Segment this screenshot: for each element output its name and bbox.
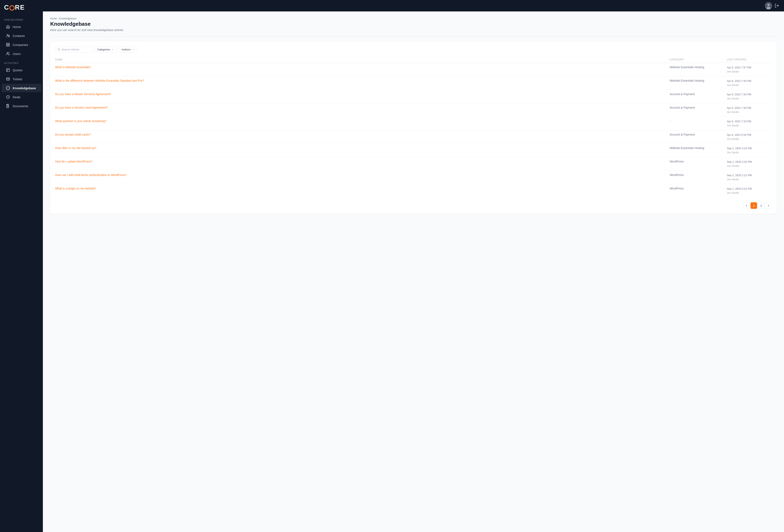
- page-subtitle: Here you can search for and view knowled…: [50, 28, 777, 32]
- home-icon: [6, 25, 10, 29]
- article-link[interactable]: What is a plugin on my website?: [55, 187, 670, 190]
- chevron-down-icon: [111, 48, 114, 51]
- category-cell: Account & Payment: [670, 106, 727, 109]
- svg-rect-4: [6, 45, 8, 46]
- sidebar-item-users[interactable]: Users: [2, 49, 41, 58]
- svg-rect-2: [6, 43, 8, 45]
- page-2-button[interactable]: 2: [758, 202, 764, 209]
- article-link[interactable]: What is Website Essentials?: [55, 65, 670, 69]
- header-category: Category: [670, 58, 727, 61]
- sidebar-item-deals[interactable]: Deals: [2, 93, 41, 101]
- sidebar-item-companies[interactable]: Companies: [2, 40, 41, 49]
- search-box[interactable]: [55, 47, 92, 53]
- breadcrumb-current: Knowledgebase: [59, 17, 76, 20]
- main-content: Home - Knowledgebase Knowledgebase Here …: [43, 0, 784, 532]
- article-link[interactable]: How do I update WordPress?: [55, 160, 670, 163]
- page-1-button[interactable]: 1: [751, 202, 757, 209]
- sidebar-item-knowledgebase-label: Knowledgebase: [13, 86, 36, 90]
- author-name: Joe Sandin: [727, 178, 739, 181]
- knowledgebase-icon: [6, 86, 10, 90]
- chevron-right-icon: [767, 204, 770, 207]
- prev-page-button[interactable]: [743, 202, 750, 209]
- search-input[interactable]: [62, 48, 90, 51]
- author-name: Joe Sandin: [727, 97, 739, 100]
- authors-label: Authors: [121, 48, 131, 51]
- category-cell: Website Essentials Hosting: [670, 146, 727, 150]
- svg-rect-7: [6, 68, 9, 72]
- last-updated-cell: Sep 1, 2020 2:21 PMJoe Sandin: [727, 173, 772, 181]
- table-row: What question is your article answering?…: [55, 117, 772, 130]
- users-icon: [6, 51, 10, 56]
- last-updated-cell: Apr 6, 2022 5:52 PMJoe Sandin: [727, 133, 772, 141]
- next-page-button[interactable]: [765, 202, 772, 209]
- category-cell: Account & Payment: [670, 133, 727, 136]
- category-cell: Account & Payment: [670, 92, 727, 96]
- table-row: How often is my site backed up? Website …: [55, 144, 772, 157]
- sidebar: CRE CRM Records Home Contacts Companies …: [0, 0, 43, 532]
- knowledgebase-card: Categories Authors Name Category Last Up…: [50, 41, 777, 214]
- article-link[interactable]: How often is my site backed up?: [55, 146, 670, 150]
- article-link[interactable]: What question is your article answering?: [55, 119, 670, 123]
- category-cell: Website Essentials Hosting: [670, 79, 727, 82]
- author-name: Joe Sandin: [727, 165, 739, 167]
- sidebar-item-quotes-label: Quotes: [13, 68, 23, 72]
- sidebar-item-knowledgebase[interactable]: Knowledgebase: [2, 84, 41, 92]
- sidebar-item-home-label: Home: [13, 25, 21, 29]
- article-link[interactable]: Do you accept credit cards?: [55, 133, 670, 136]
- article-link[interactable]: What is the difference between Website E…: [55, 79, 670, 82]
- quotes-icon: [6, 68, 10, 72]
- last-updated-cell: Sep 1, 2020 2:01 PMJoe Sandin: [727, 187, 772, 195]
- logout-button[interactable]: [775, 3, 779, 8]
- table-row: What is the difference between Website E…: [55, 76, 772, 90]
- svg-rect-5: [8, 45, 9, 46]
- page-content: Home - Knowledgebase Knowledgebase Here …: [43, 11, 784, 532]
- category-cell: Website Essentials Hosting: [670, 65, 727, 69]
- author-name: Joe Sandin: [727, 138, 739, 140]
- companies-icon: [6, 43, 10, 47]
- sidebar-item-documents[interactable]: Documents: [2, 102, 41, 110]
- article-link[interactable]: Do you have a Master Services Agreement?: [55, 92, 670, 96]
- authors-dropdown[interactable]: Authors: [119, 47, 137, 53]
- sidebar-item-quotes[interactable]: Quotes: [2, 66, 41, 74]
- sidebar-item-users-label: Users: [13, 52, 21, 56]
- article-link[interactable]: Do you have a Service Level Agreement?: [55, 106, 670, 109]
- deals-icon: [6, 95, 10, 99]
- category-cell: -: [670, 119, 727, 123]
- crm-section-label: CRM Records: [0, 15, 43, 22]
- category-cell: WordPress: [670, 173, 727, 176]
- categories-label: Categories: [97, 48, 110, 51]
- contacts-icon: [6, 33, 10, 38]
- logo-re: RE: [15, 4, 25, 11]
- chevron-down-icon-authors: [132, 48, 135, 51]
- documents-icon: [6, 104, 10, 108]
- logo-ring: [9, 5, 15, 10]
- last-updated-cell: Apr 6, 2022 7:34 PMJoe Sandin: [727, 92, 772, 101]
- breadcrumb-home[interactable]: Home: [50, 17, 57, 20]
- table-row: What is Website Essentials? Website Esse…: [55, 63, 772, 76]
- table-row: Do you accept credit cards? Account & Pa…: [55, 130, 772, 144]
- sidebar-item-contacts-label: Contacts: [13, 34, 25, 37]
- categories-dropdown[interactable]: Categories: [94, 47, 117, 53]
- sidebar-item-tickets[interactable]: Tickets: [2, 75, 41, 83]
- sidebar-item-home[interactable]: Home: [2, 23, 41, 31]
- table-row: How do I update WordPress? WordPress Sep…: [55, 157, 772, 171]
- svg-rect-8: [6, 78, 9, 80]
- topbar: [43, 0, 784, 11]
- sidebar-item-deals-label: Deals: [13, 95, 21, 99]
- author-name: Joe Sandin: [727, 70, 739, 73]
- pagination: 1 2: [55, 202, 772, 209]
- author-name: Joe Sandin: [727, 111, 739, 113]
- last-updated-cell: Apr 6, 2022 7:34 PMJoe Sandin: [727, 106, 772, 114]
- breadcrumb: Home - Knowledgebase: [50, 17, 777, 20]
- user-avatar[interactable]: [765, 2, 772, 9]
- tickets-icon: [6, 77, 10, 81]
- author-name: Joe Sandin: [727, 84, 739, 87]
- author-name: Joe Sandin: [727, 124, 739, 127]
- sidebar-item-contacts[interactable]: Contacts: [2, 31, 41, 40]
- svg-point-1: [8, 35, 9, 36]
- svg-rect-3: [8, 43, 9, 45]
- breadcrumb-separator: -: [57, 17, 59, 20]
- article-link[interactable]: How can I add multi-factor authenticatio…: [55, 173, 670, 176]
- last-updated-cell: Apr 6, 2022 7:33 PMJoe Sandin: [727, 119, 772, 128]
- divider: [50, 36, 777, 37]
